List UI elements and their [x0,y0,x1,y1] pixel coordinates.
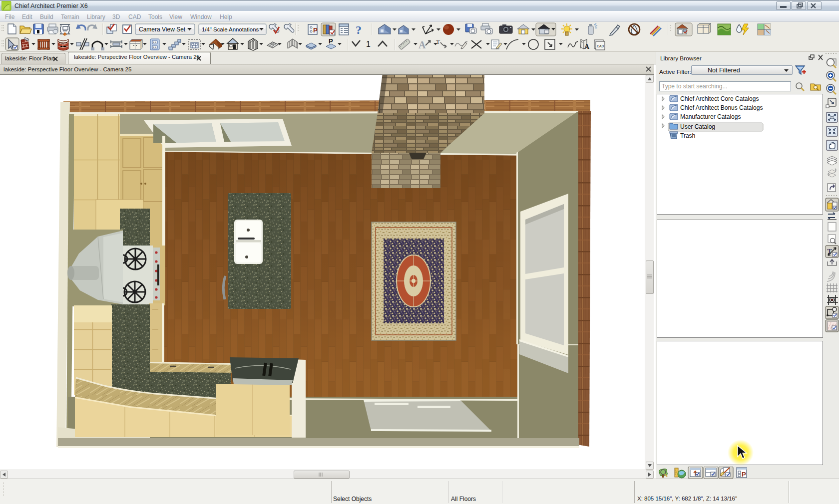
svg-text:T: T [436,38,440,45]
svg-text:User Catalog: User Catalog [680,123,715,130]
svg-text:Trash: Trash [680,132,695,139]
svg-text:1/4" Scale Annotations: 1/4" Scale Annotations [202,26,259,32]
svg-text:1: 1 [366,40,371,48]
svg-text:P: P [742,471,746,478]
svg-text:Manufacturer Catalogs: Manufacturer Catalogs [680,113,741,120]
svg-text:Chief Architect Bonus Catalogs: Chief Architect Bonus Catalogs [680,104,763,111]
svg-text:P: P [313,26,318,34]
svg-text:?: ? [356,23,362,36]
svg-text:Chief Architect Core Catalogs: Chief Architect Core Catalogs [680,95,759,102]
svg-text:CAD: CAD [597,44,604,48]
svg-text:Camera View Set: Camera View Set [139,26,186,33]
svg-text:A: A [584,43,590,50]
svg-text:P: P [329,37,333,45]
svg-text:A: A [419,39,426,50]
